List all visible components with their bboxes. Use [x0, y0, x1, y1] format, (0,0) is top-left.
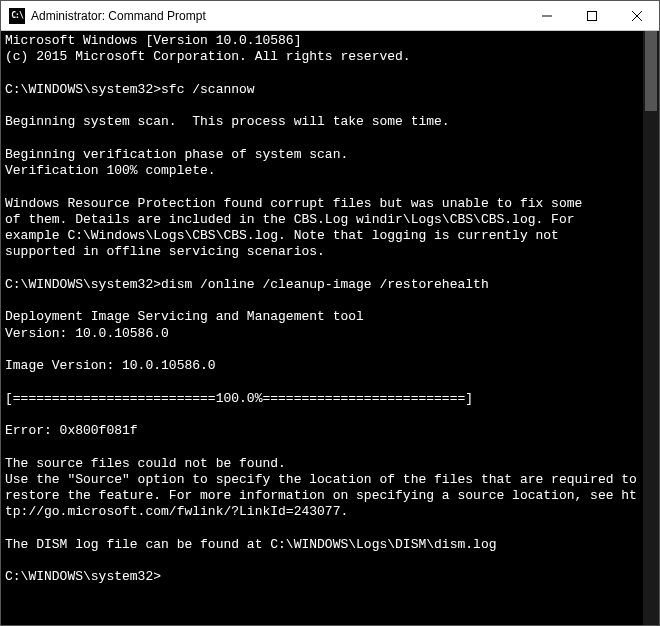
close-button[interactable]: [614, 1, 659, 30]
titlebar[interactable]: C:\ Administrator: Command Prompt: [1, 1, 659, 31]
svg-rect-1: [587, 11, 596, 20]
command-prompt-window: C:\ Administrator: Command Prompt Micros…: [0, 0, 660, 626]
minimize-button[interactable]: [524, 1, 569, 30]
scrollbar[interactable]: [643, 31, 659, 625]
window-title: Administrator: Command Prompt: [31, 9, 524, 23]
terminal-output[interactable]: Microsoft Windows [Version 10.0.10586] (…: [1, 31, 643, 625]
cmd-icon: C:\: [9, 8, 25, 24]
terminal-area: Microsoft Windows [Version 10.0.10586] (…: [1, 31, 659, 625]
maximize-button[interactable]: [569, 1, 614, 30]
scrollbar-thumb[interactable]: [645, 31, 657, 111]
window-controls: [524, 1, 659, 30]
